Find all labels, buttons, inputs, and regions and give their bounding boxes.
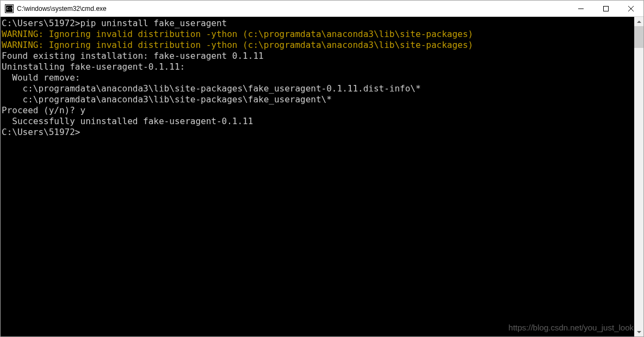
output-line: c:\programdata\anaconda3\lib\site-packag…	[2, 83, 634, 94]
close-button[interactable]	[618, 1, 643, 16]
output-line: Would remove:	[2, 72, 634, 83]
titlebar[interactable]: C:\ C:\windows\system32\cmd.exe	[1, 1, 643, 17]
scroll-down-arrow[interactable]	[634, 327, 643, 336]
prompt: C:\Users\51972>	[2, 18, 81, 28]
warning-line: WARNING: Ignoring invalid distribution -…	[2, 40, 634, 51]
output-line: Proceed (y/n)? y	[2, 105, 634, 116]
prompt: C:\Users\51972>	[2, 127, 634, 138]
svg-marker-9	[637, 331, 641, 333]
cmd-icon: C:\	[5, 4, 14, 13]
output-line: Successfully uninstalled fake-useragent-…	[2, 116, 634, 127]
vertical-scrollbar[interactable]	[634, 17, 643, 336]
window-title: C:\windows\system32\cmd.exe	[17, 5, 568, 13]
scroll-thumb[interactable]	[634, 26, 643, 48]
scroll-track[interactable]	[634, 26, 643, 327]
terminal-output[interactable]: C:\Users\51972>pip uninstall fake_userag…	[1, 17, 634, 336]
output-line: Found existing installation: fake-userag…	[2, 51, 634, 62]
command-text: pip uninstall fake_useragent	[81, 18, 227, 28]
warning-line: WARNING: Ignoring invalid distribution -…	[2, 29, 634, 40]
window-controls	[568, 1, 643, 16]
cmd-window: C:\ C:\windows\system32\cmd.exe C:\Users…	[0, 0, 644, 337]
svg-text:C:\: C:\	[7, 7, 14, 11]
maximize-button[interactable]	[593, 1, 618, 16]
minimize-button[interactable]	[568, 1, 593, 16]
output-line: c:\programdata\anaconda3\lib\site-packag…	[2, 94, 634, 105]
svg-rect-5	[604, 6, 609, 11]
terminal-area: C:\Users\51972>pip uninstall fake_userag…	[1, 17, 643, 336]
svg-marker-8	[637, 21, 641, 23]
output-line: Uninstalling fake-useragent-0.1.11:	[2, 62, 634, 72]
scroll-up-arrow[interactable]	[634, 17, 643, 26]
